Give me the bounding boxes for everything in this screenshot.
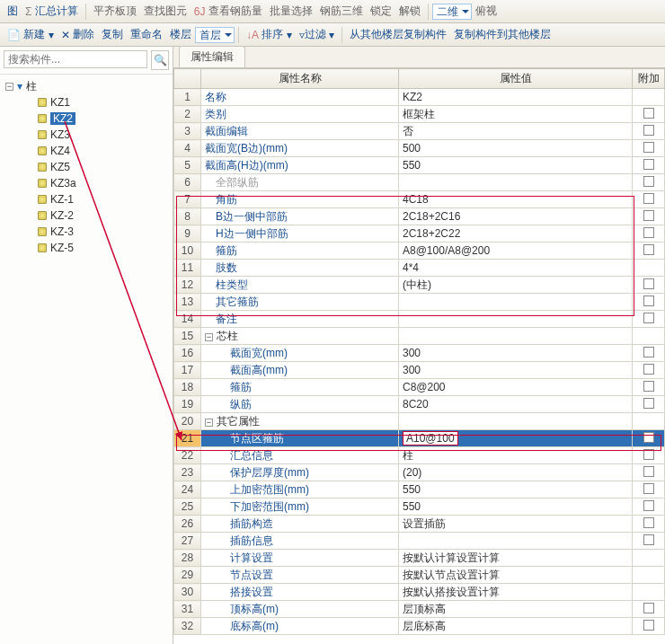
table-row[interactable]: 23保护层厚度(mm)(20) xyxy=(174,464,665,481)
prop-value[interactable] xyxy=(399,294,633,311)
checkbox[interactable] xyxy=(643,603,654,613)
prop-name[interactable]: −其它属性 xyxy=(201,413,399,430)
prop-name[interactable]: 箍筋 xyxy=(201,243,399,260)
prop-extra[interactable] xyxy=(633,362,665,379)
checkbox[interactable] xyxy=(643,176,654,187)
checkbox[interactable] xyxy=(643,227,654,238)
new-button[interactable]: 📄 新建 ▾ xyxy=(4,27,58,42)
sum-calc[interactable]: Σ 汇总计算 xyxy=(22,4,82,19)
prop-extra[interactable] xyxy=(633,601,665,618)
checkbox[interactable] xyxy=(643,449,654,460)
table-row[interactable]: 28计算设置按默认计算设置计算 xyxy=(174,550,665,567)
prop-value[interactable]: 2C18+2C16 xyxy=(399,208,633,225)
prop-name[interactable]: 类别 xyxy=(201,106,399,123)
search-button[interactable]: 🔍 xyxy=(151,50,169,70)
prop-value[interactable]: 300 xyxy=(399,362,633,379)
table-row[interactable]: 32底标高(m)层底标高 xyxy=(174,618,665,635)
prop-extra[interactable] xyxy=(633,481,665,498)
view-menu[interactable]: 图 xyxy=(4,4,22,19)
prop-name[interactable]: 计算设置 xyxy=(201,550,399,567)
checkbox[interactable] xyxy=(643,278,654,289)
table-row[interactable]: 2类别框架柱 xyxy=(174,106,665,123)
table-row[interactable]: 25下加密范围(mm)550 xyxy=(174,498,665,516)
table-row[interactable]: 3截面编辑否 xyxy=(174,123,665,140)
prop-extra[interactable] xyxy=(633,311,665,328)
prop-extra[interactable] xyxy=(633,567,665,584)
checkbox[interactable] xyxy=(643,500,654,511)
prop-value[interactable]: 4C18 xyxy=(399,191,633,208)
prop-name[interactable]: 上加密范围(mm) xyxy=(201,481,399,498)
prop-name[interactable]: 肢数 xyxy=(201,260,399,277)
prop-value[interactable]: 设置插筋 xyxy=(399,516,633,533)
checkbox[interactable] xyxy=(643,483,654,494)
prop-value[interactable] xyxy=(399,533,633,550)
table-row[interactable]: 9H边一侧中部筋2C18+2C22 xyxy=(174,225,665,243)
checkbox[interactable] xyxy=(643,347,654,357)
prop-extra[interactable] xyxy=(633,379,665,396)
prop-extra[interactable] xyxy=(633,550,665,567)
prop-extra[interactable] xyxy=(633,260,665,277)
prop-name[interactable]: 截面宽(mm) xyxy=(201,345,399,362)
col-rownum[interactable] xyxy=(174,69,201,89)
component-tree[interactable]: −▾柱 KZ1KZ2KZ3KZ4KZ5KZ3aKZ-1KZ-2KZ-3KZ-5 xyxy=(0,75,173,644)
delete-button[interactable]: ✕ 删除 xyxy=(58,27,98,42)
checkbox[interactable] xyxy=(643,398,654,409)
prop-value[interactable]: KZ2 xyxy=(399,89,633,106)
prop-name[interactable]: H边一侧中部筋 xyxy=(201,225,399,243)
prop-value[interactable]: 500 xyxy=(399,140,633,157)
prop-name[interactable]: 节点区箍筋 xyxy=(201,430,399,447)
tree-item[interactable]: KZ5 xyxy=(2,159,171,175)
table-row[interactable]: 26插筋构造设置插筋 xyxy=(174,516,665,533)
tree-item[interactable]: KZ1 xyxy=(2,94,171,110)
prop-value[interactable]: A10@100 xyxy=(399,430,633,447)
prop-value[interactable]: 550 xyxy=(399,157,633,174)
table-row[interactable]: 31顶标高(m)层顶标高 xyxy=(174,601,665,618)
rebar-3d[interactable]: 钢筋三维 xyxy=(316,4,367,19)
prop-value[interactable]: 层底标高 xyxy=(399,618,633,635)
table-row[interactable]: 1名称KZ2 xyxy=(174,89,665,106)
prop-value[interactable]: 柱 xyxy=(399,447,633,464)
tree-item[interactable]: KZ3 xyxy=(2,127,171,143)
prop-extra[interactable] xyxy=(633,498,665,516)
prop-extra[interactable] xyxy=(633,174,665,191)
prop-extra[interactable] xyxy=(633,584,665,601)
table-row[interactable]: 21节点区箍筋A10@100 xyxy=(174,430,665,447)
checkbox[interactable] xyxy=(643,210,654,221)
table-row[interactable]: 30搭接设置按默认搭接设置计算 xyxy=(174,584,665,601)
table-row[interactable]: 13其它箍筋 xyxy=(174,294,665,311)
filter-button[interactable]: ▿过滤 ▾ xyxy=(296,27,338,42)
table-row[interactable]: 18箍筋C8@200 xyxy=(174,379,665,396)
table-row[interactable]: 16截面宽(mm)300 xyxy=(174,345,665,362)
tree-item[interactable]: KZ3a xyxy=(2,175,171,191)
checkbox[interactable] xyxy=(643,193,654,204)
table-row[interactable]: 8B边一侧中部筋2C18+2C16 xyxy=(174,208,665,225)
prop-value[interactable]: 8C20 xyxy=(399,396,633,413)
prop-extra[interactable] xyxy=(633,516,665,533)
table-row[interactable]: 5截面高(H边)(mm)550 xyxy=(174,157,665,174)
checkbox[interactable] xyxy=(643,108,654,119)
prop-extra[interactable] xyxy=(633,345,665,362)
collapse-icon[interactable]: − xyxy=(5,83,13,91)
prop-value[interactable]: 550 xyxy=(399,481,633,498)
checkbox[interactable] xyxy=(643,517,654,528)
prop-value[interactable]: (中柱) xyxy=(399,277,633,294)
flat-top[interactable]: 平齐板顶 xyxy=(90,4,140,19)
prop-value[interactable]: (20) xyxy=(399,464,633,481)
prop-extra[interactable] xyxy=(633,225,665,243)
checkbox[interactable] xyxy=(643,313,654,323)
checkbox[interactable] xyxy=(643,620,654,631)
table-row[interactable]: 7角筋4C18 xyxy=(174,191,665,208)
prop-name[interactable]: 截面编辑 xyxy=(201,123,399,140)
table-row[interactable]: 29节点设置按默认节点设置计算 xyxy=(174,567,665,584)
table-row[interactable]: 12柱类型(中柱) xyxy=(174,277,665,294)
prop-name[interactable]: 其它箍筋 xyxy=(201,294,399,311)
checkbox[interactable] xyxy=(643,364,654,375)
prop-name[interactable]: 截面高(H边)(mm) xyxy=(201,157,399,174)
col-extra[interactable]: 附加 xyxy=(633,69,665,89)
tree-item[interactable]: KZ-5 xyxy=(2,240,171,256)
prop-name[interactable]: 顶标高(m) xyxy=(201,601,399,618)
prop-value[interactable]: 4*4 xyxy=(399,260,633,277)
prop-value[interactable]: A8@100/A8@200 xyxy=(399,243,633,260)
prop-value[interactable]: 否 xyxy=(399,123,633,140)
lock[interactable]: 锁定 xyxy=(367,4,395,19)
